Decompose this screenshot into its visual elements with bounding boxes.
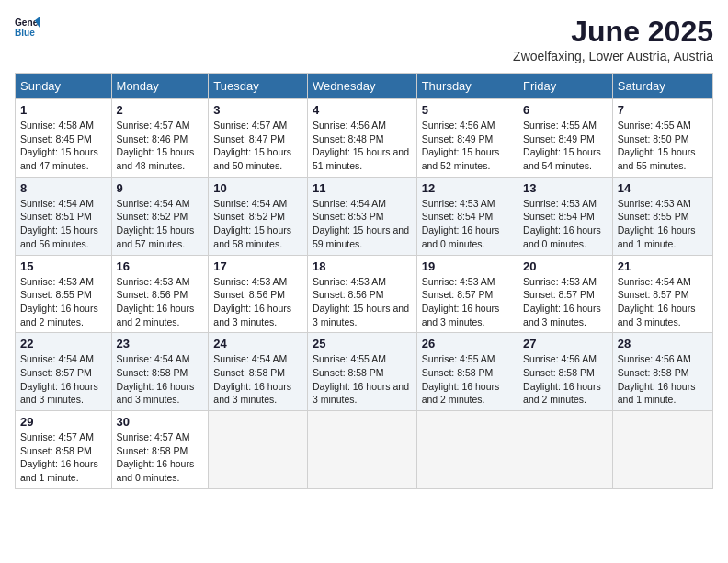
day-number: 26 [422,337,513,350]
day-number: 3 [213,103,302,117]
column-header-tuesday: Tuesday [209,74,308,99]
day-number: 11 [313,181,412,195]
logo-icon: General Blue [15,15,40,40]
calendar-cell: 23Sunrise: 4:54 AMSunset: 8:58 PMDayligh… [111,333,209,411]
calendar-cell: 30Sunrise: 4:57 AMSunset: 8:58 PMDayligh… [111,411,209,489]
month-title: June 2025 [513,15,713,49]
column-header-thursday: Thursday [416,74,518,99]
day-info: Sunrise: 4:57 AMSunset: 8:58 PMDaylight:… [117,431,204,485]
day-info: Sunrise: 4:53 AMSunset: 8:57 PMDaylight:… [422,275,513,329]
calendar-cell: 9Sunrise: 4:54 AMSunset: 8:52 PMDaylight… [111,177,209,255]
calendar-cell: 20Sunrise: 4:53 AMSunset: 8:57 PMDayligh… [518,255,613,333]
day-number: 20 [523,259,608,273]
calendar-cell: 14Sunrise: 4:53 AMSunset: 8:55 PMDayligh… [612,177,712,255]
calendar-cell: 18Sunrise: 4:53 AMSunset: 8:56 PMDayligh… [307,255,416,333]
column-header-monday: Monday [111,74,209,99]
day-number: 13 [523,181,608,195]
day-number: 9 [117,181,204,195]
day-info: Sunrise: 4:53 AMSunset: 8:56 PMDaylight:… [117,275,204,329]
day-number: 29 [20,415,107,429]
calendar-cell [307,411,416,489]
day-number: 1 [20,103,107,117]
calendar-week-row: 8Sunrise: 4:54 AMSunset: 8:51 PMDaylight… [16,177,713,255]
column-header-saturday: Saturday [612,74,712,99]
calendar-cell: 15Sunrise: 4:53 AMSunset: 8:55 PMDayligh… [16,255,112,333]
day-info: Sunrise: 4:55 AMSunset: 8:50 PMDaylight:… [618,119,708,173]
day-info: Sunrise: 4:54 AMSunset: 8:57 PMDaylight:… [20,352,107,407]
day-info: Sunrise: 4:54 AMSunset: 8:58 PMDaylight:… [117,352,204,407]
calendar-cell: 7Sunrise: 4:55 AMSunset: 8:50 PMDaylight… [612,99,712,178]
day-info: Sunrise: 4:54 AMSunset: 8:53 PMDaylight:… [313,197,412,251]
calendar-cell: 17Sunrise: 4:53 AMSunset: 8:56 PMDayligh… [209,255,308,333]
calendar-cell: 10Sunrise: 4:54 AMSunset: 8:52 PMDayligh… [209,177,308,255]
day-info: Sunrise: 4:53 AMSunset: 8:55 PMDaylight:… [20,275,107,329]
day-number: 10 [213,181,302,195]
calendar-cell: 8Sunrise: 4:54 AMSunset: 8:51 PMDaylight… [16,177,112,255]
day-info: Sunrise: 4:54 AMSunset: 8:57 PMDaylight:… [618,275,708,329]
day-number: 7 [618,103,708,117]
day-info: Sunrise: 4:53 AMSunset: 8:55 PMDaylight:… [618,197,708,251]
column-header-sunday: Sunday [16,74,112,99]
day-info: Sunrise: 4:57 AMSunset: 8:47 PMDaylight:… [213,119,302,173]
day-info: Sunrise: 4:53 AMSunset: 8:54 PMDaylight:… [523,197,608,251]
day-number: 8 [20,181,107,195]
day-info: Sunrise: 4:53 AMSunset: 8:56 PMDaylight:… [213,275,302,329]
day-number: 2 [117,103,204,117]
day-number: 22 [20,337,107,350]
calendar-cell: 22Sunrise: 4:54 AMSunset: 8:57 PMDayligh… [16,333,112,411]
day-info: Sunrise: 4:53 AMSunset: 8:57 PMDaylight:… [523,275,608,329]
day-number: 17 [213,259,302,273]
day-info: Sunrise: 4:54 AMSunset: 8:58 PMDaylight:… [213,352,302,407]
day-info: Sunrise: 4:54 AMSunset: 8:52 PMDaylight:… [117,197,204,251]
day-number: 12 [422,181,513,195]
day-info: Sunrise: 4:54 AMSunset: 8:51 PMDaylight:… [20,197,107,251]
calendar-header-row: SundayMondayTuesdayWednesdayThursdayFrid… [16,74,713,99]
day-info: Sunrise: 4:53 AMSunset: 8:56 PMDaylight:… [313,275,412,329]
day-number: 25 [313,337,412,350]
calendar-cell: 5Sunrise: 4:56 AMSunset: 8:49 PMDaylight… [416,99,518,178]
day-info: Sunrise: 4:58 AMSunset: 8:45 PMDaylight:… [20,119,107,173]
day-info: Sunrise: 4:57 AMSunset: 8:58 PMDaylight:… [20,431,107,485]
logo: General Blue [15,15,40,40]
column-header-friday: Friday [518,74,613,99]
day-number: 18 [313,259,412,273]
calendar-cell: 19Sunrise: 4:53 AMSunset: 8:57 PMDayligh… [416,255,518,333]
day-info: Sunrise: 4:57 AMSunset: 8:46 PMDaylight:… [117,119,204,173]
day-number: 21 [618,259,708,273]
column-header-wednesday: Wednesday [307,74,416,99]
day-number: 27 [523,337,608,350]
day-info: Sunrise: 4:55 AMSunset: 8:58 PMDaylight:… [313,352,412,407]
day-info: Sunrise: 4:56 AMSunset: 8:48 PMDaylight:… [313,119,412,173]
calendar-cell: 6Sunrise: 4:55 AMSunset: 8:49 PMDaylight… [518,99,613,178]
day-number: 14 [618,181,708,195]
day-number: 28 [618,337,708,350]
day-info: Sunrise: 4:55 AMSunset: 8:49 PMDaylight:… [523,119,608,173]
calendar-cell: 2Sunrise: 4:57 AMSunset: 8:46 PMDaylight… [111,99,209,178]
calendar-cell [518,411,613,489]
day-number: 6 [523,103,608,117]
calendar-cell: 26Sunrise: 4:55 AMSunset: 8:58 PMDayligh… [416,333,518,411]
calendar-cell: 29Sunrise: 4:57 AMSunset: 8:58 PMDayligh… [16,411,112,489]
calendar-cell [612,411,712,489]
day-number: 15 [20,259,107,273]
calendar-cell: 16Sunrise: 4:53 AMSunset: 8:56 PMDayligh… [111,255,209,333]
title-block: June 2025 Zwoelfaxing, Lower Austria, Au… [513,15,713,63]
calendar-cell: 1Sunrise: 4:58 AMSunset: 8:45 PMDaylight… [16,99,112,178]
svg-text:Blue: Blue [15,28,35,38]
day-info: Sunrise: 4:54 AMSunset: 8:52 PMDaylight:… [213,197,302,251]
day-info: Sunrise: 4:56 AMSunset: 8:58 PMDaylight:… [523,352,608,407]
calendar-cell: 3Sunrise: 4:57 AMSunset: 8:47 PMDaylight… [209,99,308,178]
day-info: Sunrise: 4:56 AMSunset: 8:49 PMDaylight:… [422,119,513,173]
day-number: 5 [422,103,513,117]
calendar-week-row: 29Sunrise: 4:57 AMSunset: 8:58 PMDayligh… [16,411,713,489]
calendar-cell: 11Sunrise: 4:54 AMSunset: 8:53 PMDayligh… [307,177,416,255]
day-number: 23 [117,337,204,350]
day-info: Sunrise: 4:53 AMSunset: 8:54 PMDaylight:… [422,197,513,251]
day-info: Sunrise: 4:56 AMSunset: 8:58 PMDaylight:… [618,352,708,407]
calendar-cell [416,411,518,489]
calendar-cell [209,411,308,489]
calendar-week-row: 22Sunrise: 4:54 AMSunset: 8:57 PMDayligh… [16,333,713,411]
day-info: Sunrise: 4:55 AMSunset: 8:58 PMDaylight:… [422,352,513,407]
calendar-cell: 24Sunrise: 4:54 AMSunset: 8:58 PMDayligh… [209,333,308,411]
calendar-cell: 4Sunrise: 4:56 AMSunset: 8:48 PMDaylight… [307,99,416,178]
